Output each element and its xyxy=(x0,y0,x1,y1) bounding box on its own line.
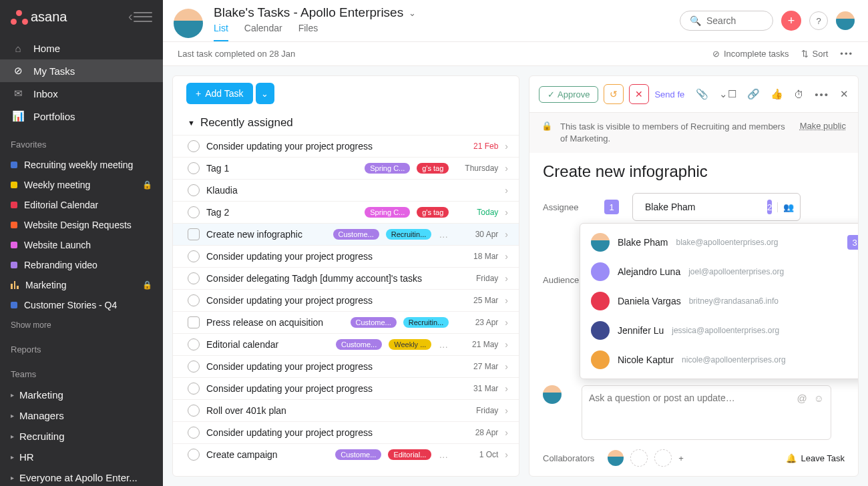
task-title[interactable]: Create new infographic xyxy=(543,162,845,181)
tag-pill[interactable]: Custome... xyxy=(351,317,397,328)
filter-incomplete[interactable]: ⊘Incomplete tasks xyxy=(712,49,789,59)
task-row[interactable]: Klaudia › xyxy=(173,179,519,201)
task-row[interactable]: Consider updating your project progress … xyxy=(173,355,519,377)
open-detail-icon[interactable]: › xyxy=(505,361,508,372)
open-detail-icon[interactable]: › xyxy=(505,339,508,350)
tag-pill[interactable]: Recruitin... xyxy=(403,317,449,328)
tag-pill[interactable]: Weekly ... xyxy=(389,339,431,350)
open-detail-icon[interactable]: › xyxy=(505,427,508,438)
tag-pill[interactable]: g's tag xyxy=(417,207,449,218)
chevron-down-icon[interactable]: ⌄ xyxy=(409,8,416,18)
user-avatar[interactable] xyxy=(836,11,855,30)
assignee-input[interactable]: 2 👥 Blake Pham blake@apolloenterprises.o… xyxy=(632,193,801,221)
complete-checkbox[interactable] xyxy=(188,405,200,417)
make-public-link[interactable]: Make public xyxy=(800,121,846,131)
collab-avatar-1[interactable] xyxy=(608,450,624,466)
assignee-option[interactable]: Alejandro Luna joel@apolloenterprises.or… xyxy=(580,257,859,286)
page-title-row[interactable]: Blake's Tasks - Apollo Enterprises ⌄ xyxy=(214,5,669,20)
mention-icon[interactable]: @ xyxy=(797,393,807,404)
send-feedback-link[interactable]: Send fe xyxy=(654,89,685,99)
assignee-option[interactable]: Jennifer Lu jessica@apolloenterprises.or… xyxy=(580,316,859,345)
leave-task-button[interactable]: 🔔 Leave Task xyxy=(786,453,845,463)
collab-placeholder-2[interactable] xyxy=(654,449,672,467)
timer-icon[interactable]: ⏱ xyxy=(794,89,804,100)
task-section-header[interactable]: ▼ Recently assigned xyxy=(173,111,519,135)
asana-logo[interactable]: asana xyxy=(11,9,67,25)
create-button[interactable]: + xyxy=(781,11,801,31)
help-button[interactable]: ? xyxy=(809,11,828,30)
comment-box[interactable]: @ ☺ xyxy=(582,385,831,440)
task-row[interactable]: Consider updating your project progress … xyxy=(173,421,519,443)
tab-calendar[interactable]: Calendar xyxy=(244,23,282,41)
open-detail-icon[interactable]: › xyxy=(505,141,508,152)
team-everyone-at-apollo-enter-[interactable]: ▸Everyone at Apollo Enter... xyxy=(0,467,163,486)
task-row[interactable]: Editorial calendar Custome...Weekly ...…… xyxy=(173,333,519,355)
open-detail-icon[interactable]: › xyxy=(505,449,508,460)
tag-pill[interactable]: Recruitin... xyxy=(386,229,432,240)
sidebar-item-website-design-requests[interactable]: Website Design Requests xyxy=(0,215,163,235)
open-detail-icon[interactable]: › xyxy=(505,229,508,240)
open-detail-icon[interactable]: › xyxy=(505,317,508,328)
task-row[interactable]: Consider updating your project progress … xyxy=(173,245,519,267)
followers-icon[interactable]: 👥 xyxy=(777,202,794,212)
task-row[interactable]: Consider updating your project progress … xyxy=(173,135,519,157)
task-row[interactable]: Create campaign Custome...Editorial...…1… xyxy=(173,443,519,465)
tag-pill[interactable]: Spring C... xyxy=(365,207,410,218)
complete-checkbox[interactable] xyxy=(188,316,200,328)
add-task-button[interactable]: +Add Task xyxy=(186,83,253,104)
tab-list[interactable]: List xyxy=(214,23,228,41)
tab-files[interactable]: Files xyxy=(298,23,318,41)
add-collab-icon[interactable]: + xyxy=(678,453,684,463)
attachment-icon[interactable]: 📎 xyxy=(696,88,708,100)
more-tags-icon[interactable]: … xyxy=(438,449,449,460)
complete-checkbox[interactable] xyxy=(188,162,200,174)
nav-inbox[interactable]: ✉Inbox xyxy=(0,82,163,105)
assignee-option[interactable]: Daniela Vargas britney@randasana6.info xyxy=(580,286,859,316)
sidebar-item-editorial-calendar[interactable]: Editorial Calendar xyxy=(0,195,163,215)
complete-checkbox[interactable] xyxy=(188,449,200,461)
complete-checkbox[interactable] xyxy=(188,228,200,240)
sidebar-item-marketing[interactable]: Marketing🔒 xyxy=(0,275,163,295)
team-managers[interactable]: ▸Managers xyxy=(0,405,163,426)
detail-more-icon[interactable]: ••• xyxy=(815,89,829,100)
tag-pill[interactable]: g's tag xyxy=(417,163,449,174)
complete-checkbox[interactable] xyxy=(188,140,200,152)
like-icon[interactable]: 👍 xyxy=(771,88,783,100)
sidebar-collapse-icon[interactable] xyxy=(134,11,152,24)
open-detail-icon[interactable]: › xyxy=(505,207,508,218)
complete-checkbox[interactable] xyxy=(188,206,200,218)
team-marketing[interactable]: ▸Marketing xyxy=(0,385,163,405)
sort-button[interactable]: ⇅Sort xyxy=(801,49,829,59)
reject-button[interactable]: ✕ xyxy=(629,84,649,104)
more-options-icon[interactable]: ••• xyxy=(840,49,853,59)
collapse-triangle-icon[interactable]: ▼ xyxy=(188,119,195,127)
complete-checkbox[interactable] xyxy=(188,360,200,373)
tag-pill[interactable]: Custome... xyxy=(336,339,382,350)
nav-portfolios[interactable]: 📊Portfolios xyxy=(0,105,163,128)
open-detail-icon[interactable]: › xyxy=(505,251,508,262)
tag-pill[interactable]: Custome... xyxy=(333,229,379,240)
collab-placeholder-1[interactable] xyxy=(630,449,648,467)
link-icon[interactable]: 🔗 xyxy=(747,88,760,100)
sidebar-item-recruiting-weekly-meeting[interactable]: Recruiting weekly meeting xyxy=(0,155,163,175)
tag-pill[interactable]: Editorial... xyxy=(388,449,431,460)
sidebar-item-website-launch[interactable]: Website Launch xyxy=(0,235,163,255)
comment-input[interactable] xyxy=(589,393,790,433)
request-changes-button[interactable]: ↺ xyxy=(604,84,624,104)
assignee-option[interactable]: Nicole Kaptur nicole@apolloenterprises.o… xyxy=(580,345,859,375)
approve-button[interactable]: ✓Approve xyxy=(539,86,598,103)
assignee-option[interactable]: Blake Pham blake@apolloenterprises.org 3 xyxy=(580,228,859,257)
sidebar-item-rebranding-video[interactable]: Rebranding video xyxy=(0,255,163,275)
team-recruiting[interactable]: ▸Recruiting xyxy=(0,426,163,447)
task-row[interactable]: Consider delegating Tadgh [dummy account… xyxy=(173,267,519,289)
task-row[interactable]: Consider updating your project progress … xyxy=(173,377,519,399)
open-detail-icon[interactable]: › xyxy=(505,185,508,196)
complete-checkbox[interactable] xyxy=(188,383,200,395)
sidebar-item-customer-stories-q4[interactable]: Customer Stories - Q4 xyxy=(0,295,163,315)
close-icon[interactable]: ✕ xyxy=(840,88,849,100)
workspace-avatar[interactable] xyxy=(174,9,203,38)
tag-pill[interactable]: Custome... xyxy=(335,449,381,460)
show-more[interactable]: Show more xyxy=(0,315,163,335)
complete-checkbox[interactable] xyxy=(188,427,200,439)
task-row[interactable]: Press release on acquisition Custome...R… xyxy=(173,311,519,333)
